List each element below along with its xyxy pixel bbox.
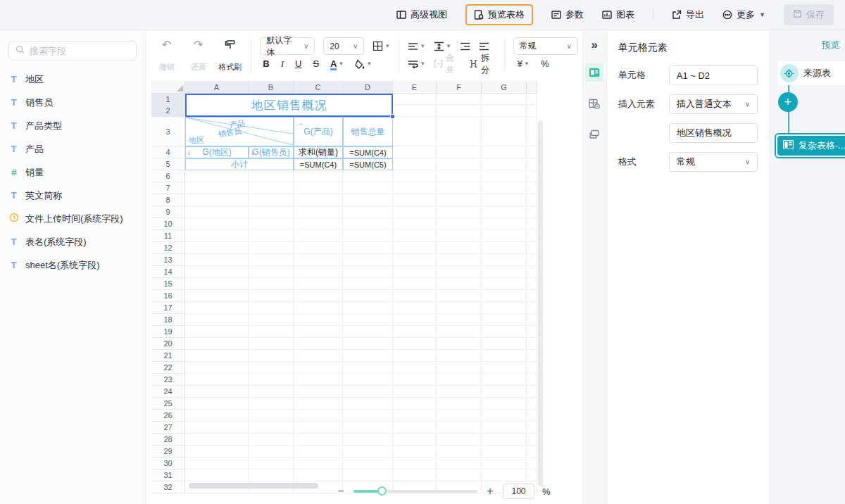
- sheet-cell[interactable]: [437, 374, 482, 386]
- sheet-cell[interactable]: [527, 374, 537, 386]
- sheet-cell[interactable]: [437, 278, 482, 290]
- cell-d4[interactable]: =SUM(C4): [343, 146, 393, 158]
- fill-color-button[interactable]: ▼: [355, 59, 372, 69]
- sheet-cell[interactable]: [482, 278, 527, 290]
- align-horizontal-button[interactable]: ▼: [408, 42, 425, 51]
- sheet-cell[interactable]: [294, 254, 343, 266]
- indent-decrease-button[interactable]: [460, 42, 470, 51]
- more-button[interactable]: 更多 ▼: [722, 8, 765, 21]
- sheet-cell[interactable]: [437, 182, 482, 194]
- sheet-cell[interactable]: [527, 446, 537, 458]
- sheet-cell[interactable]: [294, 194, 343, 206]
- sheet-cell[interactable]: [343, 338, 393, 350]
- sheet-cell[interactable]: [527, 350, 537, 362]
- sheet-cell[interactable]: [343, 170, 393, 182]
- sheet-cell[interactable]: [437, 434, 482, 446]
- row-header[interactable]: 16: [151, 290, 185, 302]
- field-item[interactable]: #销量: [8, 160, 137, 184]
- sheet-cell[interactable]: [527, 242, 537, 254]
- row-header[interactable]: 10: [151, 218, 185, 230]
- zoom-out-button[interactable]: −: [336, 485, 346, 498]
- sheet-cell[interactable]: [527, 182, 537, 194]
- sheet-cell[interactable]: [393, 170, 437, 182]
- sheet-cell[interactable]: [294, 170, 343, 182]
- column-header[interactable]: D: [343, 81, 393, 94]
- sheet-cell[interactable]: [527, 398, 537, 410]
- sheet-cell[interactable]: [437, 290, 482, 302]
- table-info-tab[interactable]: [585, 94, 603, 113]
- sheet-cell[interactable]: [343, 254, 393, 266]
- sheet-cell[interactable]: [343, 374, 393, 386]
- sheet-cell[interactable]: [294, 218, 343, 230]
- sheet-cell[interactable]: [249, 278, 294, 290]
- field-item[interactable]: 文件上传时间(系统字段): [8, 207, 137, 230]
- sheet-cell[interactable]: [294, 314, 343, 326]
- sheet-cell[interactable]: [185, 170, 249, 182]
- sheet-cell[interactable]: [185, 218, 249, 230]
- sheet-cell[interactable]: [393, 94, 437, 105]
- export-button[interactable]: 导出: [672, 8, 704, 21]
- sheet-cell[interactable]: [185, 398, 249, 410]
- cell-a5-subtotal[interactable]: 小计: [185, 158, 294, 170]
- sheet-cell[interactable]: [527, 326, 537, 338]
- row-header[interactable]: 29: [151, 446, 185, 458]
- row-header[interactable]: 28: [151, 434, 185, 446]
- sheet-cell[interactable]: [294, 446, 343, 458]
- sheet-cell[interactable]: [343, 410, 393, 422]
- sheet-cell[interactable]: [294, 386, 343, 398]
- sheet-cell[interactable]: [294, 206, 343, 218]
- cell-b4[interactable]: ↓ G(销售员): [249, 146, 294, 158]
- sheet-cell[interactable]: [437, 362, 482, 374]
- sheet-cell[interactable]: [527, 314, 537, 326]
- bold-button[interactable]: B: [263, 58, 269, 69]
- row-header[interactable]: 15: [151, 278, 185, 290]
- sheet-cell[interactable]: [343, 386, 393, 398]
- sheet-cell[interactable]: [294, 290, 343, 302]
- sheet-cell[interactable]: [185, 254, 249, 266]
- preview-tab[interactable]: 预览: [822, 39, 840, 51]
- cell-element-tab[interactable]: [585, 63, 603, 82]
- search-input[interactable]: [30, 46, 130, 56]
- sheet-cell[interactable]: [249, 182, 294, 194]
- sheet-cell[interactable]: [249, 326, 294, 338]
- zoom-in-button[interactable]: +: [485, 485, 495, 498]
- sheet-cell[interactable]: [393, 422, 437, 434]
- underline-button[interactable]: U: [295, 58, 301, 69]
- indent-increase-button[interactable]: [479, 42, 489, 51]
- row-header[interactable]: 18: [151, 314, 185, 326]
- layers-tab[interactable]: [585, 125, 603, 144]
- sheet-cell[interactable]: [294, 182, 343, 194]
- font-size-select[interactable]: 20∨: [323, 37, 364, 55]
- cell-c5[interactable]: =SUM(C4): [294, 158, 343, 170]
- italic-button[interactable]: I: [281, 58, 284, 70]
- row-header[interactable]: 22: [151, 362, 185, 374]
- sheet-cell[interactable]: [249, 206, 294, 218]
- row-header[interactable]: 7: [151, 182, 185, 194]
- sheet-cell[interactable]: [343, 206, 393, 218]
- sheet-cell[interactable]: [294, 338, 343, 350]
- sheet-cell[interactable]: [482, 398, 527, 410]
- sheet-cell[interactable]: [185, 422, 249, 434]
- sheet-cell[interactable]: [393, 158, 437, 170]
- sheet-cell[interactable]: [185, 278, 249, 290]
- source-table-node[interactable]: 来源表 ⋮: [777, 61, 845, 85]
- cell-c4[interactable]: 求和(销量): [294, 146, 343, 158]
- zoom-value-input[interactable]: [503, 484, 534, 499]
- sheet-cell[interactable]: [527, 218, 537, 230]
- sheet-cell[interactable]: [393, 338, 437, 350]
- sheet-cell[interactable]: [343, 182, 393, 194]
- sheet-cell[interactable]: [482, 434, 527, 446]
- sheet-cell[interactable]: [437, 386, 482, 398]
- sheet-cell[interactable]: [482, 326, 527, 338]
- row-header[interactable]: 11: [151, 230, 185, 242]
- sheet-cell[interactable]: [249, 362, 294, 374]
- currency-button[interactable]: ¥▼: [518, 58, 530, 69]
- sheet-cell[interactable]: [437, 117, 482, 146]
- sheet-cell[interactable]: [527, 230, 537, 242]
- row-header[interactable]: 31: [151, 470, 185, 481]
- sheet-cell[interactable]: [249, 338, 294, 350]
- sheet-cell[interactable]: [393, 194, 437, 206]
- row-header[interactable]: 26: [151, 410, 185, 422]
- sheet-cell[interactable]: [482, 230, 527, 242]
- sheet-cell[interactable]: [185, 290, 249, 302]
